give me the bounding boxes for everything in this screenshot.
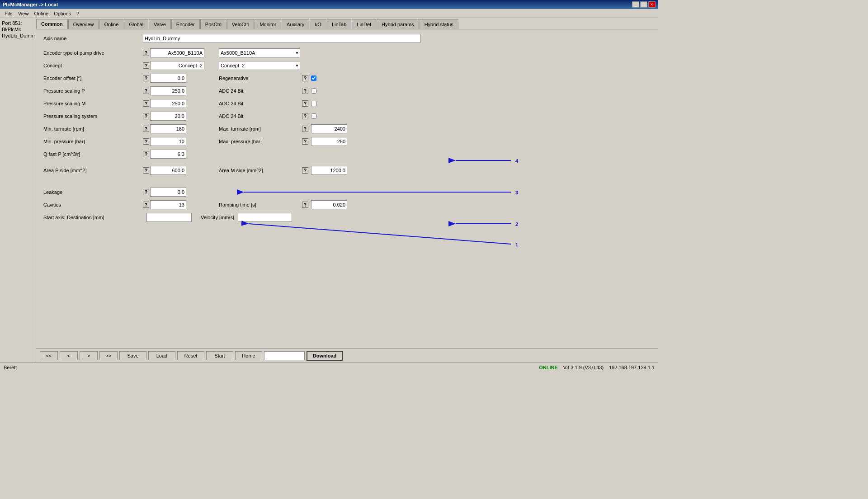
menu-file[interactable]: File [2,10,15,17]
regenerative-help[interactable]: ? [302,75,308,81]
status-left: Berett [4,365,17,370]
min-turnrate-input[interactable] [150,124,186,133]
menu-help[interactable]: ? [74,10,82,17]
btn-save[interactable]: Save [119,351,146,360]
tab-hybrid-params[interactable]: Hybrid params [377,19,419,29]
tab-online[interactable]: Online [99,19,124,29]
pressure-scaling-system-input[interactable] [150,112,186,121]
encoder-offset-help[interactable]: ? [143,75,149,81]
btn-reset[interactable]: Reset [177,351,204,360]
adc24bit1-checkbox[interactable] [311,88,316,94]
qfastp-help[interactable]: ? [143,151,149,157]
concept-dropdown[interactable]: Concept_2 [219,61,300,70]
menu-options[interactable]: Options [51,10,74,17]
area-pside-input[interactable] [150,166,186,175]
pressure-scaling-m-input[interactable] [150,99,186,108]
pressure-scaling-m-help[interactable]: ? [143,100,149,107]
btn-next[interactable]: > [80,351,98,360]
bottom-bar: << < > >> Save Load Reset Start Home Dow… [36,348,658,362]
ramping-time-label: Ramping time [s] [219,202,300,207]
tab-common[interactable]: Common [36,19,68,29]
btn-load[interactable]: Load [148,351,175,360]
ramping-time-input[interactable] [311,200,347,209]
tab-hybrid-status[interactable]: Hybrid status [420,19,458,29]
adc24bit3-label: ADC 24 Bit [219,113,300,119]
encoder-offset-input[interactable] [150,74,186,83]
btn-start[interactable]: Start [206,351,233,360]
tab-veloctrl[interactable]: VeloCtrl [227,19,255,29]
close-button[interactable]: ✕ [648,1,656,8]
btn-download[interactable]: Download [307,351,343,361]
regenerative-checkbox[interactable] [311,75,316,81]
tab-encoder[interactable]: Encoder [171,19,200,29]
ramping-time-help[interactable]: ? [302,202,308,208]
max-pressure-input[interactable] [311,137,347,146]
concept-help[interactable]: ? [143,62,149,69]
menu-bar: File View Online Options ? [0,9,658,18]
btn-home[interactable]: Home [235,351,262,360]
min-pressure-input[interactable] [150,137,186,146]
cavities-help[interactable]: ? [143,202,149,208]
adc24bit2-checkbox[interactable] [311,101,316,106]
adc24bit2-label: ADC 24 Bit [219,101,300,106]
adc24bit3-checkbox[interactable] [311,113,316,119]
area-mside-input[interactable] [311,166,347,175]
tab-io[interactable]: I/O [310,19,326,29]
maximize-button[interactable]: □ [640,1,647,8]
tab-lintab[interactable]: LinTab [327,19,351,29]
concept-row: Concept ? Concept_2 ▼ [43,61,651,70]
start-axis-row: Start axis: Destination [mm] Velocity [m… [43,213,651,222]
leakage-row: Leakage ? [43,188,651,197]
pressure-scaling-p-input[interactable] [150,86,186,95]
area-mside-help[interactable]: ? [302,167,308,174]
max-turnrate-input[interactable] [311,124,347,133]
qfastp-input[interactable] [150,150,186,159]
min-turnrate-label: Min. turnrate [rpm] [43,126,143,132]
concept-input[interactable] [150,61,204,70]
pressure-scaling-system-row: Pressure scaling system ? ADC 24 Bit ? [43,112,651,121]
btn-first[interactable]: << [40,351,58,360]
bottom-text-input[interactable] [264,351,305,360]
btn-prev[interactable]: < [60,351,78,360]
min-turnrate-help[interactable]: ? [143,126,149,132]
velocity-input[interactable] [238,213,292,222]
encoder-type-row: Encoder type of pump drive ? Ax5000_B110… [43,48,651,57]
start-axis-dest-input[interactable] [146,213,192,222]
leakage-label: Leakage [43,189,143,195]
encoder-type-dropdown[interactable]: Ax5000_B110A [219,48,300,57]
tab-posctrl[interactable]: PosCtrl [200,19,226,29]
minimize-button[interactable]: _ [632,1,639,8]
tab-overview[interactable]: Overview [68,19,99,29]
pressure-scaling-system-help[interactable]: ? [143,113,149,119]
pressure-scaling-p-help[interactable]: ? [143,88,149,94]
tab-auxilary[interactable]: Auxilary [282,19,309,29]
max-turnrate-help[interactable]: ? [302,126,308,132]
adc24bit2-help[interactable]: ? [302,100,308,107]
start-axis-dest-label: Start axis: Destination [mm] [43,215,143,220]
adc24bit1-label: ADC 24 Bit [219,88,300,94]
encoder-type-input[interactable] [150,48,204,57]
encoder-type-help[interactable]: ? [143,50,149,56]
axis-name-input[interactable] [143,34,420,43]
leakage-help[interactable]: ? [143,189,149,195]
adc24bit1-help[interactable]: ? [302,88,308,94]
menu-online[interactable]: Online [31,10,51,17]
min-pressure-help[interactable]: ? [143,138,149,145]
area-pside-help[interactable]: ? [143,167,149,174]
adc24bit3-help[interactable]: ? [302,113,308,119]
tab-monitor[interactable]: Monitor [255,19,281,29]
btn-last[interactable]: >> [99,351,118,360]
title-bar: PlcMcManager -> Local _ □ ✕ [0,0,658,9]
leakage-input[interactable] [150,188,186,197]
status-version: V3.3.1.9 (V3.0.43) [563,365,604,370]
tab-global[interactable]: Global [124,19,148,29]
cavities-label: Cavities [43,202,143,207]
tab-lindef[interactable]: LinDef [352,19,376,29]
tab-valve[interactable]: Valve [149,19,171,29]
pressure-scaling-p-label: Pressure scaling P [43,88,143,94]
turnrate-row: Min. turnrate [rpm] ? Max. turnrate [rpm… [43,124,651,133]
max-pressure-help[interactable]: ? [302,138,308,145]
cavities-input[interactable] [150,200,186,209]
menu-view[interactable]: View [15,10,32,17]
encoder-type-dropdown-wrapper: Ax5000_B110A ▼ [219,48,300,57]
